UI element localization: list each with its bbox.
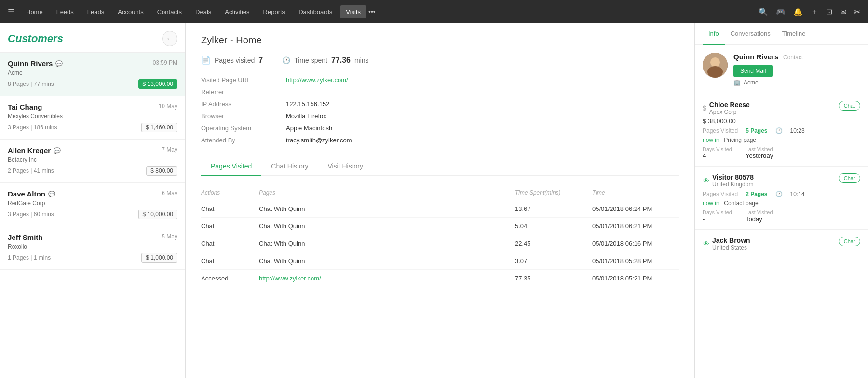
action-cell: Chat <box>201 205 259 212</box>
back-arrow-icon: ← <box>166 34 174 43</box>
visitor-pages-value: 5 Pages <box>746 127 767 134</box>
customer-stats: 8 Pages | 77 mins <box>8 81 54 87</box>
svg-point-2 <box>707 66 723 78</box>
right-tab-info[interactable]: Info <box>703 23 725 45</box>
os-value: Apple Macintosh <box>286 125 679 132</box>
ip-label: IP Address <box>201 100 278 108</box>
scissors-icon[interactable]: ✂ <box>854 7 860 16</box>
time-value: 77.36 <box>331 56 351 65</box>
table-row: Chat Chat With Quinn 22.45 05/01/2018 06… <box>201 235 679 252</box>
layout-icon[interactable]: ⊡ <box>826 7 832 16</box>
time-spent-cell: 22.45 <box>515 240 592 247</box>
browser-value: Mozilla Firefox <box>286 112 679 120</box>
contact-name-row: Quinn Rivers Contact <box>733 53 860 61</box>
back-button[interactable]: ← <box>162 31 177 46</box>
customer-item[interactable]: Allen Kreger 💬 7 May Betacry Inc 2 Pages… <box>0 140 185 183</box>
days-visited-value: 4 <box>703 152 732 159</box>
visitor-clock-icon: 🕐 <box>775 191 783 197</box>
tab-chat-history[interactable]: Chat History <box>261 157 318 176</box>
visitor-item: $ Chloe Reese Apex Corp Chat $ 38,000.00… <box>695 94 868 167</box>
time-cell: 05/01/2018 06:24 PM <box>592 205 679 212</box>
customer-item[interactable]: Dave Alton 💬 6 May RedGate Corp 3 Pages … <box>0 183 185 226</box>
pages-stat: 📄 Pages visited 7 <box>201 56 263 65</box>
nav-leads[interactable]: Leads <box>81 5 110 18</box>
send-mail-button[interactable]: Send Mail <box>733 65 773 77</box>
nav-more-icon[interactable]: ••• <box>368 8 376 15</box>
avatar-svg <box>703 53 728 78</box>
action-cell: Chat <box>201 257 259 265</box>
visitor-clock-icon: 🕐 <box>775 127 783 134</box>
contact-avatar <box>703 53 728 78</box>
customer-item[interactable]: Quinn Rivers 💬 03:59 PM Acme 8 Pages | 7… <box>0 53 185 96</box>
pages-icon: 📄 <box>201 56 211 65</box>
mail-icon[interactable]: ✉ <box>840 7 846 16</box>
ip-value: 122.15.156.152 <box>286 100 679 108</box>
nav-contacts[interactable]: Contacts <box>151 5 188 18</box>
nav-accounts[interactable]: Accounts <box>112 5 149 18</box>
referrer-value <box>286 88 679 96</box>
page-cell: Chat With Quinn <box>259 257 515 265</box>
chat-icon: 💬 <box>48 191 55 197</box>
page-link[interactable]: http://www.zylker.com/ <box>259 275 515 282</box>
chat-button[interactable]: Chat <box>839 237 860 246</box>
action-cell: Accessed <box>201 275 259 282</box>
customer-stats: 2 Pages | 41 mins <box>8 168 54 174</box>
chat-icon: 💬 <box>54 147 61 154</box>
attended-value: tracy.smith@zylker.com <box>286 137 679 144</box>
nav-home[interactable]: Home <box>20 5 49 18</box>
visited-url-link[interactable]: http://www.zylker.com/ <box>286 76 679 84</box>
visitor-item: 👁 Visitor 80578 United Kingdom Chat Page… <box>695 167 868 230</box>
pages-label: Pages visited <box>215 56 255 64</box>
last-visited-value: Yesterday <box>746 152 773 159</box>
nav-reports[interactable]: Reports <box>258 5 291 18</box>
table-row: Chat Chat With Quinn 5.04 05/01/2018 06:… <box>201 218 679 235</box>
top-navigation: ☰ Home Feeds Leads Accounts Contacts Dea… <box>0 0 868 23</box>
nav-feeds[interactable]: Feeds <box>51 5 80 18</box>
last-visited-label: Last Visited <box>746 146 773 152</box>
tab-pages-visited[interactable]: Pages Visited <box>201 157 261 176</box>
bell-icon[interactable]: 🔔 <box>793 7 803 16</box>
customer-company: Betacry Inc <box>8 156 177 163</box>
visitor-name: Chloe Reese <box>709 101 750 109</box>
chat-button[interactable]: Chat <box>839 101 860 111</box>
customer-name: Allen Kreger 💬 <box>8 146 61 154</box>
visitor-country: Apex Corp <box>709 109 750 115</box>
plus-icon[interactable]: ＋ <box>811 7 818 17</box>
contact-company-name: Acme <box>744 79 759 86</box>
chat-button[interactable]: Chat <box>839 173 860 183</box>
right-tab-timeline[interactable]: Timeline <box>776 23 812 45</box>
tab-visit-history[interactable]: Visit History <box>318 157 373 176</box>
customer-item[interactable]: Tai Chang 10 May Mexyles Convertibles 3 … <box>0 96 185 140</box>
visitor-now-label: now in <box>703 200 719 207</box>
customer-value: $ 13,000.00 <box>138 79 177 89</box>
time-spent-cell: 3.07 <box>515 257 592 265</box>
visitor-list: $ Chloe Reese Apex Corp Chat $ 38,000.00… <box>695 94 868 378</box>
customer-time: 5 May <box>162 233 177 240</box>
customer-stats: 3 Pages | 186 mins <box>8 124 57 131</box>
customer-company: RedGate Corp <box>8 200 177 207</box>
nav-activities[interactable]: Activities <box>219 5 255 18</box>
customer-value: $ 800.00 <box>146 166 177 176</box>
right-tab-conversations[interactable]: Conversations <box>725 23 776 45</box>
nav-visits[interactable]: Visits <box>340 5 366 18</box>
detail-grid: Visited Page URL http://www.zylker.com/ … <box>201 76 679 144</box>
main-tabs-row: Pages Visited Chat History Visit History <box>201 157 679 176</box>
time-cell: 05/01/2018 05:21 PM <box>592 275 679 282</box>
last-visited-label: Last Visited <box>746 210 773 215</box>
search-icon[interactable]: 🔍 <box>759 7 768 16</box>
topnav-icons: 🔍 🎮 🔔 ＋ ⊡ ✉ ✂ <box>759 7 860 17</box>
col-pages: Pages <box>259 189 515 196</box>
visitor-item: 👁 Jack Brown United States Chat <box>695 230 868 260</box>
hamburger-icon[interactable]: ☰ <box>8 7 14 16</box>
os-label: Operating System <box>201 125 278 132</box>
col-time-spent: Time Spent(mins) <box>515 189 592 196</box>
action-cell: Chat <box>201 240 259 247</box>
customer-company: Acme <box>8 70 177 76</box>
right-panel-tabs: Info Conversations Timeline <box>695 23 868 45</box>
table-row: Accessed http://www.zylker.com/ 77.35 05… <box>201 270 679 287</box>
nav-deals[interactable]: Deals <box>190 5 217 18</box>
visitor-now-page: Pricing page <box>724 137 756 143</box>
nav-dashboards[interactable]: Dashboards <box>293 5 338 18</box>
gamepad-icon[interactable]: 🎮 <box>776 7 786 16</box>
customer-item[interactable]: Jeff Smith 5 May Roxollo 1 Pages | 1 min… <box>0 226 185 270</box>
